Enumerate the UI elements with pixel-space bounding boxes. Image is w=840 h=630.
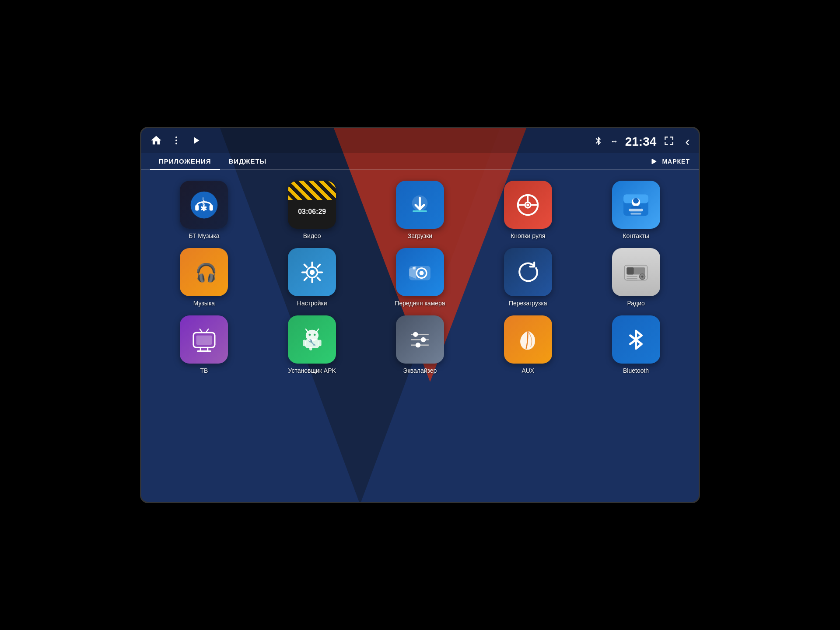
svg-rect-50 [309,346,312,350]
tab-apps[interactable]: ПРИЛОЖЕНИЯ [150,153,220,169]
svg-point-53 [413,332,418,336]
play-icon[interactable] [190,135,202,149]
app-reboot-label: Перезагрузка [509,300,547,307]
svg-text:✱: ✱ [200,204,207,213]
app-steering-label: Кнопки руля [511,232,545,239]
app-contacts[interactable]: Контакты [586,181,686,239]
back-icon[interactable]: ‹ [685,133,690,150]
app-music-label: Музыка [193,300,215,307]
app-tv[interactable]: ТВ [154,315,254,374]
app-bluetooth[interactable]: Bluetooth [586,315,686,374]
svg-point-31 [641,275,644,277]
app-aux-label: AUX [522,367,534,374]
app-music[interactable]: 🎧 Музыка [154,248,254,307]
svg-rect-8 [413,210,427,212]
apps-grid: ✱ БТ Музыка 03:06:29 Видео Загрузки [141,170,699,385]
svg-line-45 [306,329,308,332]
svg-point-55 [421,337,426,342]
app-contacts-label: Контакты [623,232,649,239]
app-downloads-label: Загрузки [408,232,432,239]
svg-rect-36 [196,335,212,344]
svg-rect-5 [210,205,213,210]
app-bt-music[interactable]: ✱ БТ Музыка [154,181,254,239]
svg-point-43 [308,333,311,336]
svg-rect-19 [630,213,641,214]
app-bt-music-label: БТ Музыка [189,232,220,239]
svg-point-2 [175,143,177,144]
app-downloads[interactable]: Загрузки [371,181,470,239]
svg-point-25 [420,271,424,275]
app-apk[interactable]: 🔧 Установщик APK [262,315,362,374]
clock-display: 21:34 [625,135,657,149]
app-settings[interactable]: Настройки [262,248,362,307]
app-settings-label: Настройки [297,300,327,307]
app-tv-label: ТВ [200,367,208,374]
arrows-icon: ↔ [610,137,618,146]
app-steering[interactable]: Кнопки руля [478,181,578,239]
app-reboot[interactable]: Перезагрузка [478,248,578,307]
svg-point-22 [310,270,315,274]
home-icon[interactable] [150,134,162,149]
app-video[interactable]: 03:06:29 Видео [262,181,362,239]
app-radio[interactable]: Радио [586,248,686,307]
svg-rect-29 [626,267,634,274]
header-right-icons: ↔ 21:34 ‹ [594,133,690,150]
app-front-cam-label: Передняя камера [395,300,445,307]
svg-point-0 [175,136,177,138]
app-equalizer[interactable]: Эквалайзер [371,315,470,374]
svg-text:🎧: 🎧 [195,262,217,284]
app-equalizer-label: Эквалайзер [403,367,437,374]
svg-point-20 [633,198,639,203]
app-apk-label: Установщик APK [288,367,336,374]
svg-rect-4 [195,205,199,210]
header-bar: ↔ 21:34 ‹ [141,128,699,153]
video-timestamp: 03:06:29 [298,208,326,216]
svg-text:🔧: 🔧 [308,338,316,346]
app-radio-label: Радио [627,300,644,307]
svg-line-46 [316,329,318,332]
bluetooth-status-icon [594,136,603,147]
market-button[interactable]: МАРКЕТ [651,157,690,166]
svg-point-26 [413,266,416,270]
svg-rect-48 [303,340,306,346]
svg-rect-18 [629,208,643,211]
window-icon[interactable] [663,135,675,148]
tab-widgets[interactable]: ВИДЖЕТЫ [220,153,276,169]
svg-point-57 [416,343,420,347]
app-front-cam[interactable]: Передняя камера [371,248,470,307]
svg-point-14 [527,203,530,206]
app-aux[interactable]: AUX [478,315,578,374]
svg-point-44 [313,333,315,336]
tab-bar: ПРИЛОЖЕНИЯ ВИДЖЕТЫ МАРКЕТ [141,153,699,170]
svg-rect-49 [318,340,322,346]
svg-point-1 [175,140,177,141]
app-bluetooth-label: Bluetooth [623,367,649,374]
car-screen: ↔ 21:34 ‹ ПРИЛОЖЕНИЯ ВИДЖЕТЫ МАРКЕТ [140,127,700,503]
menu-dots-icon[interactable] [171,135,182,148]
header-left-icons [150,134,202,149]
app-video-label: Видео [303,232,321,239]
